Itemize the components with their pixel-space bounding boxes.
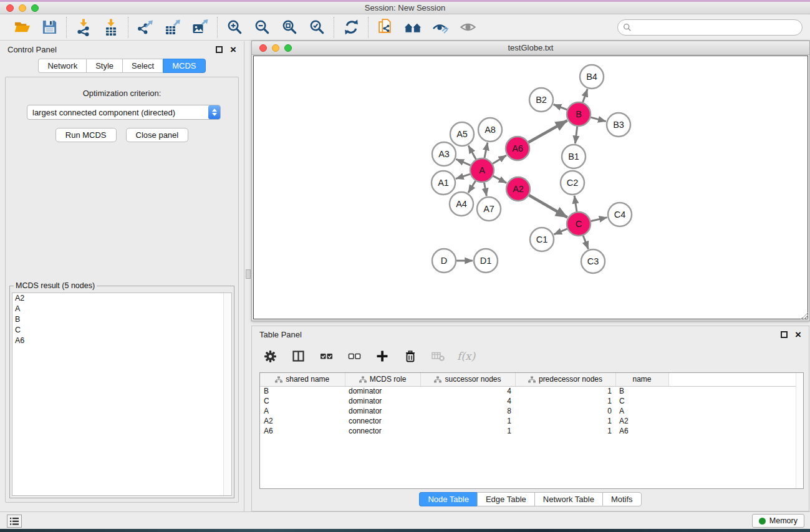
mcds-result-item[interactable]: A2 — [12, 293, 231, 304]
select-all-rows-button[interactable] — [317, 347, 335, 365]
tab-edge-table[interactable]: Edge Table — [477, 492, 534, 506]
graph-edge-C-C3[interactable] — [583, 236, 588, 249]
column-header-successor-nodes[interactable]: successor nodes — [420, 373, 515, 386]
graph-node-label: A4 — [456, 199, 467, 209]
export-image-button[interactable] — [189, 17, 211, 38]
show-hide-graphics-details-button[interactable] — [456, 17, 479, 38]
mcds-result-item[interactable]: B — [12, 314, 231, 325]
tab-motifs[interactable]: Motifs — [602, 492, 642, 506]
close-panel-button[interactable]: Close panel — [126, 128, 189, 142]
task-history-button[interactable] — [7, 515, 22, 528]
network-canvas[interactable]: AA1A2A3A4A5A6A7A8BB1B2B3B4CC1C2C3C4DD1 — [253, 56, 808, 319]
table-settings-button[interactable] — [261, 347, 279, 365]
save-session-button[interactable] — [38, 17, 60, 38]
column-header-mcds-role[interactable]: MCDS role — [345, 373, 420, 386]
mcds-result-item[interactable]: A6 — [12, 336, 231, 346]
node-table[interactable]: shared name MCDS role successor nodes pr… — [259, 372, 804, 489]
tab-node-table[interactable]: Node Table — [419, 492, 477, 506]
hierarchy-icon — [275, 376, 282, 383]
column-header-name[interactable]: name — [615, 373, 668, 386]
zoom-fit-button[interactable] — [278, 17, 301, 38]
create-column-button[interactable] — [373, 347, 392, 365]
graph-edge-A-A1[interactable] — [456, 174, 470, 178]
table-row[interactable]: Bdominator41B — [260, 386, 803, 396]
splitter-handle[interactable] — [246, 269, 251, 279]
zoom-out-button[interactable] — [251, 17, 273, 38]
table-row[interactable]: A2connector11A2 — [260, 416, 803, 426]
open-folder-icon — [13, 19, 31, 36]
mcds-result-item[interactable]: A — [12, 304, 231, 314]
delete-column-button[interactable] — [401, 347, 420, 365]
show-hide-annotations-button[interactable] — [429, 17, 451, 38]
close-panel-icon[interactable]: × — [795, 331, 801, 338]
zoom-window-button[interactable] — [31, 4, 39, 12]
open-file-button[interactable] — [11, 17, 33, 38]
close-panel-icon[interactable]: × — [230, 46, 236, 53]
table-cell: 1 — [515, 416, 615, 426]
header-filler — [668, 373, 803, 386]
import-network-button[interactable] — [72, 17, 95, 38]
zoom-in-button[interactable] — [223, 17, 246, 38]
tab-network-table[interactable]: Network Table — [534, 492, 602, 506]
minimize-window-button[interactable] — [19, 4, 26, 12]
mcds-result-item[interactable]: C — [12, 325, 231, 336]
graph-edge-B-B1[interactable] — [575, 127, 577, 143]
close-window-button[interactable] — [259, 44, 267, 52]
tab-style[interactable]: Style — [86, 59, 122, 73]
new-network-from-selection-button[interactable] — [374, 17, 397, 38]
graph-edge-A2-C[interactable] — [529, 195, 567, 218]
tab-mcds[interactable]: MCDS — [163, 59, 205, 73]
graph-edge-A-A3[interactable] — [456, 159, 470, 165]
export-network-button[interactable] — [134, 17, 157, 38]
float-panel-icon[interactable] — [781, 331, 788, 338]
scrollbar-track[interactable] — [223, 293, 231, 495]
graph-edge-A-A4[interactable] — [468, 181, 476, 193]
minimize-window-button[interactable] — [272, 44, 279, 52]
graph-edge-A6-B[interactable] — [528, 120, 567, 142]
table-cell: 0 — [515, 406, 615, 416]
graph-edge-C-C1[interactable] — [554, 229, 567, 235]
deselect-all-rows-button[interactable] — [345, 347, 364, 365]
search-input[interactable] — [635, 22, 797, 32]
float-panel-icon[interactable] — [216, 46, 223, 53]
export-table-button[interactable] — [162, 17, 184, 38]
graph-edge-A-A5[interactable] — [468, 145, 476, 159]
network-window-titlebar[interactable]: testGlobe.txt — [252, 41, 809, 55]
zoom-selected-button[interactable] — [306, 17, 328, 38]
table-row[interactable]: A6connector11A6 — [260, 426, 803, 436]
table-row[interactable]: Adominator80A — [260, 406, 803, 416]
tab-select[interactable]: Select — [122, 59, 163, 73]
memory-status-icon — [759, 518, 766, 525]
close-window-button[interactable] — [6, 4, 14, 12]
network-graph: AA1A2A3A4A5A6A7A8BB1B2B3B4CC1C2C3C4DD1 — [254, 56, 809, 320]
graph-edge-A-A7[interactable] — [484, 183, 486, 196]
tab-network[interactable]: Network — [38, 59, 86, 73]
graph-edge-B-B2[interactable] — [554, 105, 567, 110]
mcds-result-list[interactable]: A2 A B C A6 — [12, 293, 232, 496]
table-panel-title: Table Panel — [259, 330, 302, 339]
import-table-button[interactable] — [100, 17, 122, 38]
graph-edge-C-C4[interactable] — [591, 218, 607, 221]
graph-edge-A-A6[interactable] — [493, 155, 506, 164]
show-column-button[interactable] — [289, 347, 307, 365]
table-row[interactable]: Cdominator41C — [260, 396, 803, 406]
zoom-window-button[interactable] — [284, 44, 292, 52]
table-cell: A2 — [615, 416, 668, 426]
graph-edge-A-A8[interactable] — [485, 143, 488, 158]
refresh-button[interactable] — [340, 17, 362, 38]
table-cell: A2 — [260, 416, 345, 426]
window-resize-grip[interactable] — [801, 312, 808, 319]
memory-button[interactable]: Memory — [752, 514, 804, 528]
home-button[interactable] — [402, 17, 424, 38]
scrollbar-track[interactable] — [796, 373, 803, 488]
graph-edge-B-B4[interactable] — [583, 89, 587, 102]
hierarchy-icon — [359, 376, 367, 383]
column-header-shared-name[interactable]: shared name — [260, 373, 345, 386]
graph-edge-A-A2[interactable] — [493, 176, 507, 183]
graph-edge-C-C2[interactable] — [574, 196, 577, 211]
optimization-criterion-dropdown[interactable]: largest connected component (directed) — [27, 105, 221, 120]
search-field[interactable] — [617, 19, 803, 36]
column-header-predecessor-nodes[interactable]: predecessor nodes — [515, 373, 615, 386]
run-mcds-button[interactable]: Run MCDS — [55, 128, 117, 142]
graph-edge-B-B3[interactable] — [591, 117, 605, 121]
